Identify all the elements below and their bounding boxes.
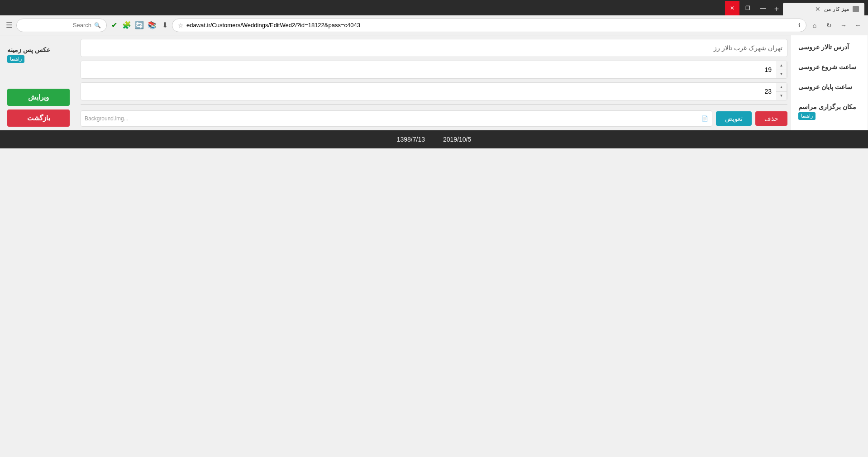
address-input[interactable] (81, 39, 787, 57)
end-time-input-row: ▲ ▼ (81, 82, 787, 100)
tab-title: میز کار من (824, 6, 849, 12)
start-time-value[interactable] (81, 61, 776, 78)
end-time-down[interactable]: ▼ (776, 92, 787, 100)
start-time-spinner[interactable]: ▲ ▼ (776, 61, 787, 78)
sidebar-start-time-label: ساعت شروع عروسی (798, 60, 860, 71)
sidebar-end-time-label: ساعت پایان عروسی (798, 80, 860, 90)
replace-button[interactable]: تعویض (716, 111, 752, 126)
extension-icon[interactable]: 🧩 (121, 20, 132, 31)
right-sidebar: آدرس تالار عروسی ساعت شروع عروسی ساعت پا… (791, 35, 868, 130)
delete-button[interactable]: حذف (755, 111, 787, 126)
window-controls: — ❐ ✕ (725, 1, 770, 15)
back-nav-button[interactable]: ← (852, 19, 864, 32)
sidebar-bg-label: عکس پس زمینه راهنما (7, 43, 70, 63)
tab-bar: میز کار من ✕ + — ❐ ✕ (0, 0, 868, 15)
shield-icon: ✔ (109, 20, 119, 31)
sync-icon[interactable]: 🔄 (134, 20, 145, 31)
active-tab[interactable]: میز کار من ✕ (783, 3, 864, 15)
tab-close-button[interactable]: ✕ (815, 5, 820, 13)
download-icon[interactable]: ⬇ (159, 20, 170, 31)
toolbar-icons: ⬇ 📚 🔄 🧩 ✔ (109, 20, 170, 31)
back-button[interactable]: بازگشت (7, 109, 70, 127)
right-button-panel: عکس پس زمینه راهنما ویرایش بازگشت (0, 35, 77, 130)
menu-icon[interactable]: ☰ (4, 20, 14, 31)
home-button[interactable]: ⌂ (808, 19, 821, 32)
content-middle: ▲ ▼ ▲ ▼ (77, 35, 791, 130)
sidebar-venue-label: مکان برگزاری مراسم راهنما (798, 100, 860, 120)
start-time-up[interactable]: ▲ (776, 61, 787, 70)
new-tab-button[interactable]: + (770, 3, 783, 15)
bookmark-icon[interactable]: ☆ (178, 22, 184, 29)
minimize-button[interactable]: — (756, 1, 770, 15)
jalali-date: 1398/7/13 (397, 136, 425, 143)
main-area: آدرس تالار عروسی ساعت شروع عروسی ساعت پا… (0, 35, 868, 130)
maximize-button[interactable]: ❐ (740, 1, 755, 15)
tab-favicon (853, 6, 859, 12)
search-bar[interactable]: 🔍 (16, 19, 107, 32)
search-input[interactable] (22, 22, 91, 29)
map-pin (406, 104, 420, 105)
status-bar: 2019/10/5 1398/7/13 (0, 130, 868, 148)
forward-nav-button[interactable]: → (837, 19, 850, 32)
library-icon[interactable]: 📚 (147, 20, 157, 31)
end-time-up[interactable]: ▲ (776, 83, 787, 92)
action-bar: حذف تعویض Background.img... 📄 (81, 109, 787, 129)
sidebar-address-label: آدرس تالار عروسی (798, 40, 860, 51)
browser-window: میز کار من ✕ + — ❐ ✕ ← → ↻ ⌂ ℹ ☆ ⬇ 📚 🔄 🧩… (0, 0, 868, 148)
venue-guide-badge[interactable]: راهنما (798, 112, 816, 120)
url-input[interactable] (186, 22, 796, 29)
file-name-text: Background.img... (85, 115, 701, 122)
address-bar[interactable]: ℹ ☆ (172, 19, 806, 32)
edit-button[interactable]: ویرایش (7, 89, 70, 106)
end-time-spinner[interactable]: ▲ ▼ (776, 83, 787, 100)
gregorian-date: 2019/10/5 (443, 136, 471, 143)
file-icon: 📄 (701, 115, 708, 122)
bg-guide-badge[interactable]: راهنما (7, 55, 24, 63)
refresh-button[interactable]: ↻ (823, 19, 835, 32)
search-icon: 🔍 (94, 22, 101, 29)
lock-icon: ℹ (798, 22, 801, 29)
end-time-value[interactable] (81, 83, 776, 100)
close-button[interactable]: ✕ (725, 1, 739, 15)
file-input-area[interactable]: Background.img... 📄 (81, 110, 712, 127)
toolbar: ← → ↻ ⌂ ℹ ☆ ⬇ 📚 🔄 🧩 ✔ 🔍 ☰ (0, 15, 868, 35)
start-time-input-row: ▲ ▼ (81, 61, 787, 79)
map-container[interactable]: صدیق امانیه نیاوران تونل نیاوران حسن آبا… (81, 104, 787, 105)
start-time-down[interactable]: ▼ (776, 70, 787, 79)
